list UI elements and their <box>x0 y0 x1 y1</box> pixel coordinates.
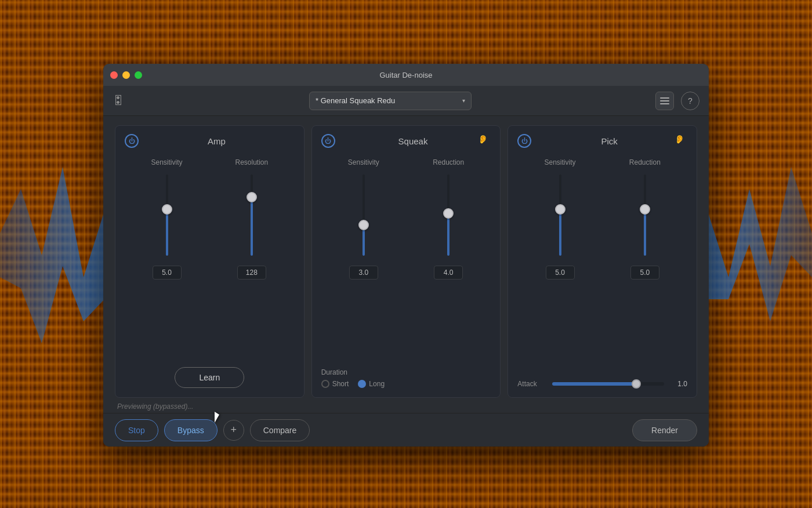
squeak-reduction-value[interactable]: 4.0 <box>434 266 463 280</box>
attack-slider-fill <box>552 382 636 386</box>
status-text: Previewing (bypassed)... <box>117 402 193 411</box>
amp-power-icon <box>129 137 135 144</box>
plugin-window: Guitar De-noise 🎛 * General Squeak Redu … <box>103 64 709 447</box>
preset-name: * General Squeak Redu <box>316 96 395 105</box>
pick-sensitivity-value[interactable]: 5.0 <box>546 266 575 280</box>
help-button[interactable]: ? <box>681 92 699 110</box>
amp-sliders-row: Sensitivity 5.0 Resolution <box>125 156 295 362</box>
pick-reduction-value[interactable]: 5.0 <box>630 266 659 280</box>
squeak-power-button[interactable] <box>321 134 335 148</box>
preset-dropdown-icon: ▾ <box>462 97 465 104</box>
squeak-sensitivity-thumb[interactable] <box>358 220 369 230</box>
amp-sensitivity-track <box>166 175 168 256</box>
squeak-sensitivity-slider[interactable] <box>356 170 372 260</box>
pick-panel-title: Pick <box>531 136 687 146</box>
squeak-sensitivity-value[interactable]: 3.0 <box>349 266 378 280</box>
pick-reduction-slider[interactable] <box>637 170 653 260</box>
squeak-reduction-fill <box>447 213 449 256</box>
minimize-button[interactable] <box>122 71 130 79</box>
window-controls <box>110 71 142 79</box>
amp-resolution-track <box>251 175 253 256</box>
amp-panel-header: Amp <box>125 134 295 148</box>
maximize-button[interactable] <box>135 71 142 79</box>
duration-radio-group: Short Long <box>321 380 491 388</box>
pick-reduction-track <box>644 175 646 256</box>
pick-panel: Pick 👂 Sensitivity 5.0 <box>507 125 697 398</box>
long-radio-dot[interactable] <box>358 380 366 388</box>
pick-panel-header: Pick 👂 <box>517 134 687 148</box>
amp-resolution-group: Resolution 128 <box>235 158 268 280</box>
amp-sensitivity-label: Sensitivity <box>151 158 182 166</box>
attack-slider-thumb[interactable] <box>632 379 641 389</box>
squeak-reduction-group: Reduction 4.0 <box>433 158 464 280</box>
amp-resolution-thumb[interactable] <box>246 192 257 202</box>
short-radio[interactable]: Short <box>321 380 349 388</box>
amp-sensitivity-value[interactable]: 5.0 <box>153 266 182 280</box>
status-bar: Previewing (bypassed)... <box>115 398 697 413</box>
squeak-panel-header: Squeak 👂 <box>321 134 491 148</box>
header-bar: 🎛 * General Squeak Redu ▾ ? <box>103 86 709 116</box>
squeak-sensitivity-group: Sensitivity 3.0 <box>348 158 379 280</box>
main-content: Amp Sensitivity 5.0 <box>103 116 709 413</box>
pick-reduction-thumb[interactable] <box>640 204 650 215</box>
learn-button[interactable]: Learn <box>175 367 244 388</box>
amp-sensitivity-slider[interactable] <box>159 170 175 260</box>
hamburger-line-3 <box>660 103 669 104</box>
pick-sliders-row: Sensitivity 5.0 Reduction <box>517 156 687 373</box>
amp-sensitivity-group: Sensitivity 5.0 <box>151 158 182 280</box>
plus-button[interactable]: + <box>223 420 244 441</box>
window-title: Guitar De-noise <box>379 71 432 79</box>
squeak-ear-icon[interactable]: 👂 <box>478 135 491 147</box>
panels-row: Amp Sensitivity 5.0 <box>115 125 697 398</box>
pick-reduction-fill <box>644 209 646 256</box>
squeak-reduction-label: Reduction <box>433 158 464 166</box>
amp-resolution-fill <box>251 197 253 256</box>
compare-button[interactable]: Compare <box>250 419 310 441</box>
preset-icon[interactable]: 🎛 <box>113 94 124 107</box>
pick-sensitivity-thumb[interactable] <box>555 204 566 215</box>
close-button[interactable] <box>110 71 118 79</box>
attack-slider[interactable] <box>552 382 664 386</box>
bypass-button[interactable]: Bypass <box>164 419 217 441</box>
amp-panel: Amp Sensitivity 5.0 <box>115 125 304 398</box>
menu-button[interactable] <box>655 92 674 110</box>
amp-sensitivity-thumb[interactable] <box>162 204 172 215</box>
squeak-sensitivity-track <box>362 175 365 256</box>
header-center: * General Squeak Redu ▾ <box>131 92 674 110</box>
squeak-reduction-thumb[interactable] <box>443 208 454 219</box>
squeak-power-icon <box>325 137 331 144</box>
pick-power-button[interactable] <box>517 134 531 148</box>
amp-resolution-label: Resolution <box>235 158 268 166</box>
squeak-panel: Squeak 👂 Sensitivity 3.0 <box>311 125 501 398</box>
short-radio-label: Short <box>332 380 349 388</box>
help-icon: ? <box>688 96 693 106</box>
amp-resolution-slider[interactable] <box>244 170 260 260</box>
duration-label: Duration <box>321 368 491 376</box>
bottom-bar: Stop Bypass + Compare Render <box>103 413 709 447</box>
squeak-panel-title: Squeak <box>335 136 491 146</box>
hamburger-line-2 <box>660 100 669 101</box>
squeak-reduction-slider[interactable] <box>440 170 456 260</box>
squeak-sensitivity-label: Sensitivity <box>348 158 379 166</box>
pick-reduction-group: Reduction 5.0 <box>629 158 661 280</box>
pick-sensitivity-track <box>559 175 561 256</box>
pick-sensitivity-fill <box>559 209 561 256</box>
long-radio[interactable]: Long <box>358 380 385 388</box>
attack-label: Attack <box>517 380 546 388</box>
amp-sensitivity-fill <box>166 209 168 256</box>
preset-selector[interactable]: * General Squeak Redu ▾ <box>309 92 472 110</box>
pick-sensitivity-label: Sensitivity <box>544 158 575 166</box>
short-radio-dot[interactable] <box>321 380 329 388</box>
stop-button[interactable]: Stop <box>115 419 158 441</box>
pick-sensitivity-slider[interactable] <box>552 170 568 260</box>
pick-reduction-label: Reduction <box>629 158 661 166</box>
pick-power-icon <box>521 137 528 144</box>
amp-resolution-value[interactable]: 128 <box>237 266 266 280</box>
render-button[interactable]: Render <box>632 419 697 441</box>
duration-row: Duration Short Long <box>321 368 491 388</box>
pick-sensitivity-group: Sensitivity 5.0 <box>544 158 575 280</box>
attack-row: Attack 1.0 <box>517 380 687 388</box>
amp-power-button[interactable] <box>125 134 139 148</box>
amp-panel-title: Amp <box>139 136 295 146</box>
pick-ear-icon[interactable]: 👂 <box>675 135 687 147</box>
